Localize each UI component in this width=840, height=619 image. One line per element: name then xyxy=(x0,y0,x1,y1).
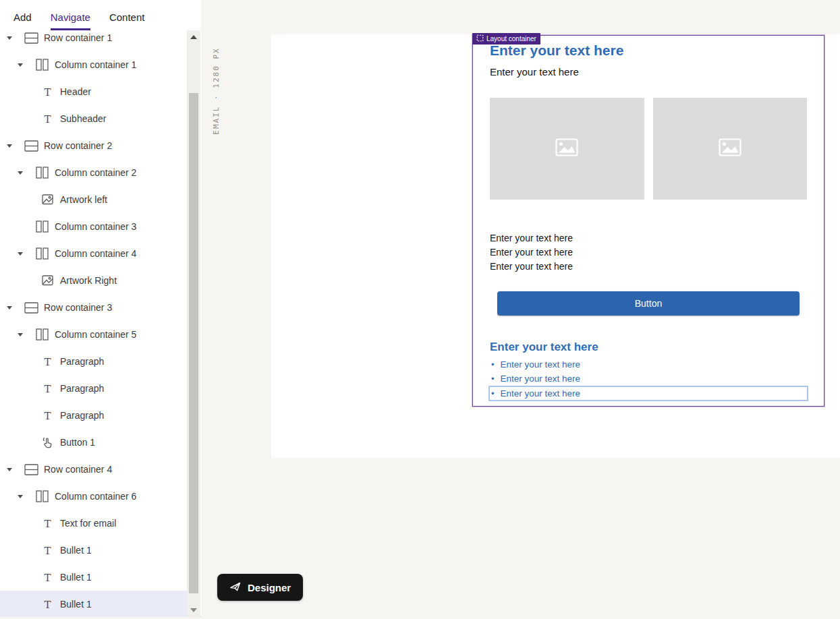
tree-item-header[interactable]: THeader xyxy=(0,78,187,105)
tab-add[interactable]: Add xyxy=(13,11,32,30)
svg-text:T: T xyxy=(44,86,51,97)
tree-item-label: Artwork left xyxy=(60,194,107,205)
scroll-down-arrow-icon[interactable] xyxy=(187,605,200,616)
email-bullet-item[interactable]: •Enter your text here xyxy=(490,372,807,386)
tree-item-label: Column container 1 xyxy=(55,59,136,70)
tree-item-label: Bullet 1 xyxy=(60,572,92,583)
svg-text:T: T xyxy=(44,113,51,124)
text-icon: T xyxy=(40,572,55,583)
tree-item-label: Text for email xyxy=(60,518,116,529)
email-paragraph[interactable]: Enter your text here xyxy=(490,231,807,245)
designer-button[interactable]: Designer xyxy=(217,574,303,601)
artwork-icon xyxy=(40,275,55,286)
tree-item-column-container-6[interactable]: Column container 6 xyxy=(0,483,187,510)
image-icon xyxy=(719,138,741,159)
navigator-panel: Add Navigate Content Row container 1Colu… xyxy=(0,0,201,617)
expand-caret-icon[interactable] xyxy=(16,333,24,336)
tree-item-row-container-4[interactable]: Row container 4 xyxy=(0,456,187,483)
tree-item-label: Subheader xyxy=(60,113,107,124)
expand-caret-icon[interactable] xyxy=(5,36,13,40)
tree-item-label: Header xyxy=(60,86,91,97)
tree-item-row-container-1[interactable]: Row container 1 xyxy=(0,30,187,51)
tree-item-label: Row container 1 xyxy=(44,32,112,43)
tree-item-bullet-1[interactable]: TBullet 1 xyxy=(0,564,187,591)
tree-item-artwork-right[interactable]: Artwork Right xyxy=(0,267,187,294)
text-icon: T xyxy=(40,113,55,124)
svg-text:T: T xyxy=(44,518,51,529)
bullet-text: Enter your text here xyxy=(501,387,581,400)
tree-item-column-container-5[interactable]: Column container 5 xyxy=(0,321,187,348)
tree-item-label: Column container 3 xyxy=(55,221,136,232)
tree-item-label: Paragraph xyxy=(60,410,104,421)
send-plane-icon xyxy=(229,581,242,594)
expand-caret-icon[interactable] xyxy=(5,468,13,471)
email-button[interactable]: Button xyxy=(497,291,800,316)
column-container-icon xyxy=(34,490,49,502)
email-bullet-list: •Enter your text here•Enter your text he… xyxy=(490,357,807,401)
tree-item-label: Column container 4 xyxy=(55,248,136,259)
column-container-icon xyxy=(34,59,49,71)
tree-item-text-for-email[interactable]: TText for email xyxy=(0,510,187,537)
tree-item-column-container-2[interactable]: Column container 2 xyxy=(0,159,187,186)
tree-item-subheader[interactable]: TSubheader xyxy=(0,105,187,132)
email-subheader-text[interactable]: Enter your text here xyxy=(490,65,807,78)
email-paragraph[interactable]: Enter your text here xyxy=(490,260,807,274)
email-section-header-text[interactable]: Enter your text here xyxy=(490,341,807,354)
tree-item-row-container-2[interactable]: Row container 2 xyxy=(0,132,187,159)
tree-item-column-container-4[interactable]: Column container 4 xyxy=(0,240,187,267)
tab-content[interactable]: Content xyxy=(109,11,145,30)
expand-caret-icon[interactable] xyxy=(5,144,13,148)
tree-item-column-container-3[interactable]: Column container 3 xyxy=(0,213,187,240)
email-paragraphs: Enter your text hereEnter your text here… xyxy=(490,231,807,274)
tree-item-bullet-1[interactable]: TBullet 1 xyxy=(0,591,187,617)
text-icon: T xyxy=(40,86,55,97)
expand-caret-icon[interactable] xyxy=(5,306,13,310)
scroll-up-arrow-icon[interactable] xyxy=(187,32,200,42)
email-canvas[interactable]: Layout container Enter your text here En… xyxy=(271,34,840,458)
column-container-icon xyxy=(34,220,49,233)
column-container-icon xyxy=(34,167,49,179)
expand-caret-icon[interactable] xyxy=(16,252,24,256)
text-icon: T xyxy=(40,599,55,610)
tree-item-paragraph[interactable]: TParagraph xyxy=(0,348,187,375)
tree-item-paragraph[interactable]: TParagraph xyxy=(0,375,187,402)
tree-item-column-container-1[interactable]: Column container 1 xyxy=(0,51,187,78)
tree-item-artwork-left[interactable]: Artwork left xyxy=(0,186,187,213)
expand-caret-icon[interactable] xyxy=(16,495,24,498)
image-row xyxy=(490,98,807,200)
tree-scrollbar[interactable] xyxy=(187,30,200,617)
tree-item-button-1[interactable]: Button 1 xyxy=(0,429,187,456)
tree-item-label: Row container 3 xyxy=(44,302,112,313)
bullet-text: Enter your text here xyxy=(501,357,581,372)
tree-item-label: Column container 5 xyxy=(55,329,136,340)
layout-container-badge: Layout container xyxy=(472,33,540,45)
tree-item-row-container-3[interactable]: Row container 3 xyxy=(0,294,187,321)
artwork-icon xyxy=(40,194,55,205)
tree-item-label: Button 1 xyxy=(60,437,95,448)
button-icon xyxy=(40,437,55,448)
tree-item-label: Column container 6 xyxy=(55,491,136,502)
tab-navigate[interactable]: Navigate xyxy=(51,11,90,30)
email-bullet-item[interactable]: •Enter your text here xyxy=(488,386,808,401)
image-icon xyxy=(555,138,578,159)
tree-item-label: Artwork Right xyxy=(60,275,117,286)
scrollbar-thumb[interactable] xyxy=(189,93,198,593)
layout-container[interactable]: Layout container Enter your text here En… xyxy=(472,35,824,407)
column-container-icon xyxy=(34,247,49,260)
text-icon: T xyxy=(40,545,55,556)
expand-caret-icon[interactable] xyxy=(16,171,24,175)
tree-item-bullet-1[interactable]: TBullet 1 xyxy=(0,537,187,564)
row-container-icon xyxy=(24,32,38,44)
tree-item-paragraph[interactable]: TParagraph xyxy=(0,402,187,429)
email-paragraph[interactable]: Enter your text here xyxy=(490,245,807,260)
layer-tree: Row container 1Column container 1THeader… xyxy=(0,30,187,617)
email-bullet-item[interactable]: •Enter your text here xyxy=(490,357,807,372)
expand-caret-icon[interactable] xyxy=(16,63,24,67)
svg-text:T: T xyxy=(44,383,51,394)
image-placeholder-right[interactable] xyxy=(653,98,808,200)
panel-tabs: Add Navigate Content xyxy=(0,0,201,30)
image-placeholder-left[interactable] xyxy=(490,98,644,200)
tree-item-label: Column container 2 xyxy=(55,167,136,178)
row-container-icon xyxy=(24,464,38,475)
tree-item-label: Row container 2 xyxy=(44,140,112,151)
